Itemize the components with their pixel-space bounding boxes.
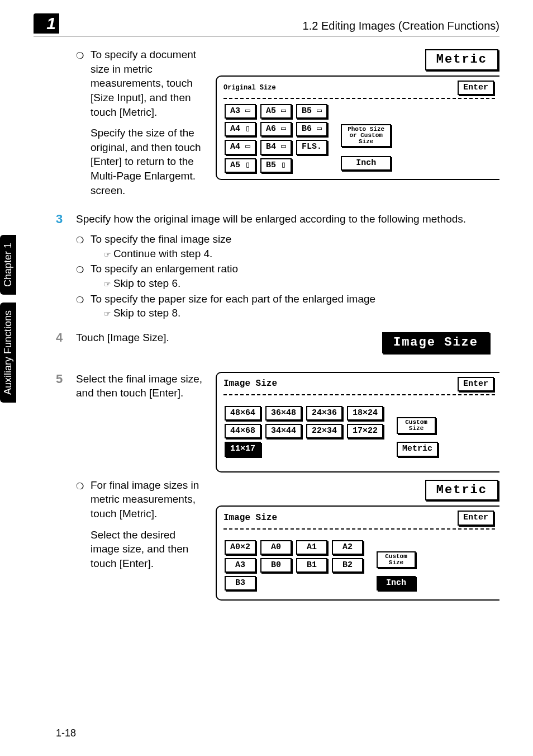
metric-button-2[interactable]: Metric [397,442,438,456]
size-b1[interactable]: B1 [296,558,327,573]
step3-item2-sub: Skip to step 6. [113,277,180,289]
size-a4p[interactable]: A4 ▯ [225,122,256,136]
size-a1[interactable]: A1 [296,540,327,555]
screen-title-imgsize: Image Size [223,378,277,390]
custom-size-button[interactable]: Custom Size [397,417,436,434]
size-24x36[interactable]: 24×36 [306,406,342,420]
step3-item3: To specify the paper size for each part … [91,293,375,305]
step5-bullet-p1: For final image sizes in metric measurem… [91,478,204,521]
step3-item2: To specify an enlargement ratio [91,263,238,275]
size-a5p[interactable]: A5 ▯ [225,158,256,173]
size-a2[interactable]: A2 [332,540,363,555]
screen-title-imgsize-2: Image Size [223,512,277,525]
size-b3[interactable]: B3 [225,576,256,590]
bullet-icon-2: ❍ [76,478,84,578]
step2-text2: Specify the size of the original, and th… [91,126,204,197]
size-34x44[interactable]: 34×44 [265,424,302,438]
inch-button[interactable]: Inch [341,156,391,171]
metric-button-3[interactable]: Metric [425,480,498,501]
step5-text: Select the final image size, and then to… [76,372,204,472]
inch-button-2[interactable]: Inch [377,576,416,590]
size-a6l[interactable]: A6 ▭ [260,122,292,136]
step-2-continuation: ❍ To specify a document size in metric m… [56,48,499,205]
enter-button-3[interactable]: Enter [458,511,494,525]
size-22x34[interactable]: 22×34 [306,424,342,438]
page-header: 1 1.2 Editing Images (Creation Functions… [34,13,499,36]
step-number-5: 5 [56,372,67,601]
step3-text: Specify how the original image will be e… [76,212,499,226]
size-36x48[interactable]: 36×48 [265,406,302,420]
size-b2[interactable]: B2 [332,558,363,573]
side-tab-chapter: Chapter 1 [0,235,16,295]
size-18x24[interactable]: 18×24 [347,406,383,420]
enter-button[interactable]: Enter [458,81,494,95]
image-size-inch-screen: Image Size Enter 48×64 36×48 24×36 18×24 [216,372,499,472]
size-a0x2[interactable]: A0×2 [225,540,256,555]
page-number: 1-18 [56,727,76,739]
screen-title-original: Original Size [223,84,276,91]
size-b0[interactable]: B0 [260,558,292,573]
size-a4l[interactable]: A4 ▭ [225,140,256,154]
image-size-metric-screen: Image Size Enter A0×2 A0 A1 A2 [216,505,499,601]
chapter-badge: 1 [34,13,59,34]
section-title: 1.2 Editing Images (Creation Functions) [59,20,499,34]
size-48x64[interactable]: 48×64 [225,406,261,420]
size-44x68[interactable]: 44×68 [225,424,261,438]
size-a3l[interactable]: A3 ▭ [225,104,256,119]
step-number-3: 3 [56,212,67,321]
size-b4l[interactable]: B4 ▭ [260,140,292,154]
image-size-button[interactable]: Image Size [382,332,489,353]
metric-button[interactable]: Metric [425,49,498,70]
size-a0[interactable]: A0 [260,540,292,555]
step-3: 3 Specify how the original image will be… [56,212,499,321]
custom-size-button-2[interactable]: Custom Size [377,551,416,568]
bullet-icon: ❍ [76,48,84,204]
size-b5p[interactable]: B5 ▯ [260,158,292,173]
step-5: 5 Select the final image size, and then … [56,372,499,601]
size-a5l[interactable]: A5 ▭ [260,104,292,119]
size-b5l[interactable]: B5 ▭ [296,104,327,119]
step-4: 4 Touch [Image Size]. Image Size [56,330,499,355]
step3-item1-sub: Continue with step 4. [113,248,212,259]
enter-button-2[interactable]: Enter [458,377,494,391]
original-size-screen: Original Size Enter A3 ▭ A5 ▭ B5 ▭ [216,75,499,180]
step4-text: Touch [Image Size]. [76,332,169,343]
step5-bullet-p2: Select the desired image size, and then … [91,528,204,571]
step3-item1: To specify the final image size [91,233,231,245]
size-fls[interactable]: FLS. [296,140,327,154]
size-a3[interactable]: A3 [225,558,256,573]
side-tabs: Chapter 1 Auxiliary Functions [0,235,16,403]
step-number-4: 4 [56,330,67,355]
side-tab-aux: Auxiliary Functions [0,303,16,403]
size-11x17-selected[interactable]: 11×17 [225,442,261,456]
size-b6l[interactable]: B6 ▭ [296,122,327,136]
photo-custom-button[interactable]: Photo Size or Custom Size [341,124,391,147]
size-17x22[interactable]: 17×22 [347,424,383,438]
step2-text1: To specify a document size in metric mea… [91,48,204,119]
step3-item3-sub: Skip to step 8. [113,307,180,319]
